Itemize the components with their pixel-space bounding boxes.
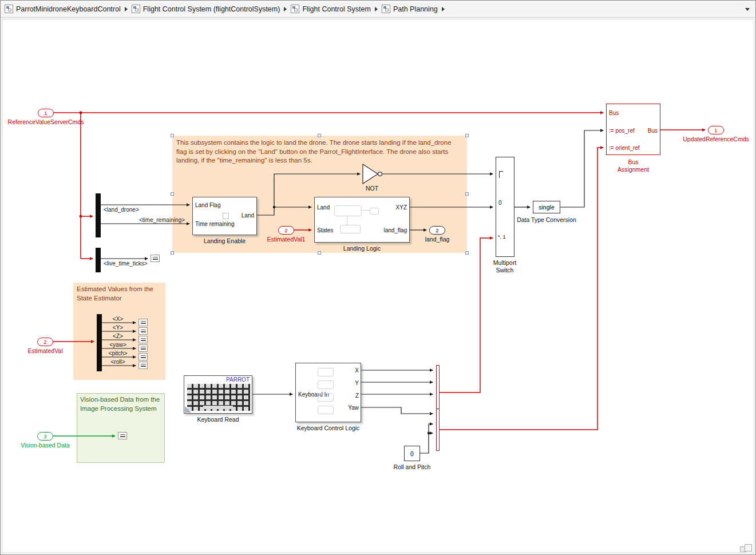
- multiport-switch-block[interactable]: 0 *, 1: [496, 157, 514, 257]
- selection-handle[interactable]: [465, 251, 469, 255]
- parrot-brand-label: PARROT: [226, 376, 250, 383]
- stateflow-chart-icon: [318, 380, 334, 389]
- stateflow-chart-icon: [318, 368, 334, 376]
- terminator-block[interactable]: [151, 255, 160, 262]
- signal-label[interactable]: <pitch>: [101, 350, 135, 356]
- mux-block[interactable]: [436, 409, 440, 451]
- subsystem-icon: [132, 5, 140, 13]
- breadcrumb-item-path-planning[interactable]: Path Planning: [382, 5, 438, 13]
- breadcrumb-item-flight-control-system[interactable]: Flight Control System: [291, 5, 370, 13]
- not-gate-label: NOT: [352, 185, 392, 192]
- selection-handle[interactable]: [465, 134, 469, 137]
- inport-3-vision[interactable]: 3: [37, 432, 53, 441]
- port-label: X: [355, 367, 359, 374]
- port-label: Land Flag: [195, 202, 220, 208]
- inport-2-estimatedval[interactable]: 2: [37, 338, 53, 346]
- port-label: Yaw: [348, 405, 359, 411]
- selection-handle[interactable]: [171, 192, 174, 196]
- roll-pitch-constant-block[interactable]: 0: [404, 446, 420, 461]
- roll-pitch-label: Roll and Pitch: [389, 463, 435, 471]
- landing-logic-block[interactable]: Land States XYZ land_flag: [314, 197, 410, 243]
- keyboard-read-label: Keyboard Read: [184, 416, 252, 423]
- signal-label[interactable]: <yaw>: [101, 342, 135, 348]
- breadcrumb-item-root[interactable]: ParrotMinidroneKeyboardControl: [5, 5, 121, 13]
- breadcrumb-separator-icon: [125, 7, 128, 11]
- stateflow-chart-icon: [361, 210, 370, 211]
- outport-2-landflag[interactable]: 2: [429, 226, 445, 235]
- model-badge-icon[interactable]: [740, 544, 753, 552]
- data-type-conversion-label: Data Type Conversion: [514, 216, 579, 224]
- subsystem-icon: [382, 5, 390, 13]
- port-label: Bus: [609, 110, 619, 116]
- spacebar-key: [203, 406, 233, 409]
- model-canvas[interactable]: This subsystem contains the logic to lan…: [1, 1, 756, 555]
- terminator-block[interactable]: [138, 327, 148, 335]
- port-label: Land: [317, 204, 330, 211]
- stateflow-chart-icon: [347, 215, 347, 225]
- port-label: Z: [355, 393, 359, 399]
- keyboard-read-block[interactable]: PARROT: [184, 375, 252, 414]
- signal-label[interactable]: <time_remaining>: [139, 217, 185, 223]
- terminator-block[interactable]: [138, 336, 148, 343]
- signal-label[interactable]: <roll>: [101, 359, 135, 365]
- breadcrumb-label: Path Planning: [393, 5, 438, 13]
- breadcrumb-item-flight-control-system-ref[interactable]: Flight Control System (flightControlSyst…: [132, 5, 280, 13]
- port-label: Bus: [648, 128, 658, 134]
- stateflow-chart-icon: [318, 406, 334, 414]
- annotation-estimator-box[interactable]: Estimated Values from the State Estimato…: [73, 283, 165, 380]
- annotation-landing-text: This subsystem contains the logic to lan…: [176, 138, 463, 165]
- port-label: := orient_ref: [609, 145, 640, 151]
- port-number: 2: [284, 227, 287, 233]
- signal-wires: [1, 1, 756, 555]
- port-label: Time remaining: [195, 221, 235, 227]
- terminator-block[interactable]: [118, 432, 127, 439]
- keyboard-control-logic-label: Keyboard Control Logic: [284, 425, 373, 432]
- signal-label[interactable]: <land_drone>: [104, 207, 139, 213]
- port-label: 0: [498, 200, 502, 206]
- selection-handle[interactable]: [318, 134, 321, 137]
- selection-handle[interactable]: [171, 134, 174, 137]
- bus-assignment-label: Bus Assignment: [606, 158, 660, 173]
- signal-label[interactable]: <Y>: [101, 324, 135, 331]
- inport-2-estimatedval1-label: EstimatedVal1: [246, 236, 326, 243]
- landing-enable-block[interactable]: Land Flag Time remaining Land: [192, 197, 257, 235]
- subsystem-icon: [291, 5, 299, 13]
- data-type-conversion-block[interactable]: single: [533, 201, 560, 213]
- selection-handle[interactable]: [171, 251, 174, 255]
- inport-2-estimatedval1[interactable]: 2: [278, 226, 294, 235]
- landing-logic-label: Landing Logic: [314, 245, 410, 252]
- stateflow-chart-icon: [370, 208, 379, 215]
- signal-label[interactable]: <live_time_ticks>: [104, 260, 148, 267]
- stateflow-chart-icon: [334, 205, 362, 216]
- breadcrumb-separator-icon: [375, 7, 378, 11]
- annotation-vision-box[interactable]: Vision-based Data from the Image Process…: [77, 393, 165, 463]
- bus-selector-block[interactable]: [96, 193, 101, 237]
- keyboard-control-logic-block[interactable]: Keyboard In X Y Z Yaw: [295, 363, 361, 422]
- outport-1[interactable]: 1: [708, 126, 724, 134]
- model-icon: [5, 5, 13, 13]
- subsystem-icon: [223, 213, 229, 219]
- port-label: States: [317, 227, 333, 233]
- stateflow-chart-icon: [340, 225, 361, 233]
- terminator-block[interactable]: [138, 344, 148, 352]
- dtc-value: single: [539, 204, 554, 211]
- chevron-down-icon[interactable]: [745, 8, 750, 11]
- bus-assignment-block[interactable]: Bus := pos_ref := orient_ref Bus: [606, 104, 660, 155]
- inport-1[interactable]: 1: [38, 109, 54, 117]
- terminator-block[interactable]: [138, 362, 148, 369]
- simulink-window: This subsystem contains the logic to lan…: [0, 0, 756, 555]
- annotation-vision-text: Vision-based Data from the Image Process…: [80, 395, 161, 413]
- terminator-block[interactable]: [138, 353, 148, 360]
- inport-3-vision-label: Vision-based Data: [5, 442, 85, 449]
- bus-selector-block[interactable]: [96, 248, 101, 272]
- selection-handle[interactable]: [465, 192, 469, 196]
- multiport-switch-label: Multiport Switch: [485, 259, 525, 274]
- port-number: 2: [43, 339, 46, 345]
- breadcrumb-bar: ParrotMinidroneKeyboardControl Flight Co…: [1, 1, 755, 18]
- breadcrumb-separator-icon: [442, 7, 445, 11]
- corner-fold-icon: [185, 406, 191, 413]
- terminator-block[interactable]: [138, 319, 148, 326]
- signal-label[interactable]: <Z>: [101, 333, 135, 339]
- signal-label[interactable]: <X>: [101, 316, 135, 322]
- outport-2-landflag-label: land_flag: [397, 236, 477, 243]
